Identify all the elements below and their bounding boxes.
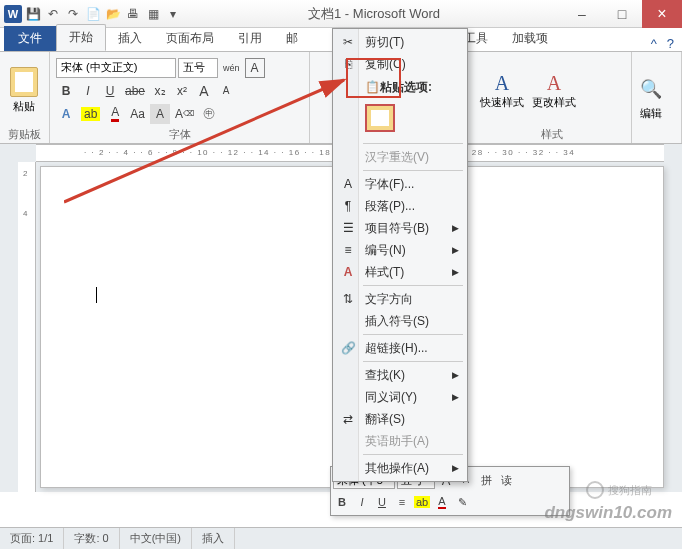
underline-button[interactable]: U [100,81,120,101]
text-effects-button[interactable]: A [56,104,76,124]
status-bar: 页面: 1/1 字数: 0 中文(中国) 插入 [0,527,682,549]
tab-mail[interactable]: 邮 [274,26,310,51]
save-icon[interactable]: 💾 [24,5,42,23]
numbering-icon: ≡ [339,243,357,257]
clipboard-group: 粘贴 剪贴板 [0,52,50,143]
subscript-button[interactable]: x₂ [150,81,170,101]
tab-addins[interactable]: 加载项 [500,26,560,51]
grow-font-button[interactable]: A [194,81,214,101]
minimize-button[interactable]: – [562,0,602,28]
hyperlink-icon: 🔗 [339,341,357,355]
mini-phonetic[interactable]: 拼 [477,471,495,489]
qat-print-icon[interactable]: 🖶 [124,5,142,23]
paste-header-icon: 📋 [365,80,380,94]
qat-new-icon[interactable]: 📄 [84,5,102,23]
quick-access-toolbar: W 💾 ↶ ↷ 📄 📂 🖶 ▦ ▾ [0,5,186,23]
bullets-icon: ☰ [339,221,357,235]
ribbon-collapse-icon[interactable]: ^ [651,36,657,51]
cm-hyperlink[interactable]: 🔗超链接(H)... [335,337,465,359]
strike-button[interactable]: abe [122,81,148,101]
cm-synonyms[interactable]: 同义词(Y)▶ [335,386,465,408]
styles-group-label: 样式 [478,126,625,142]
styles-icon: A [339,265,357,279]
mini-highlight[interactable]: ab [413,493,431,511]
maximize-button[interactable]: □ [602,0,642,28]
phonetic-guide-button[interactable]: wén [220,58,243,78]
window-buttons: – □ × [562,0,682,28]
italic-button[interactable]: I [78,81,98,101]
quick-styles-button[interactable]: A 快速样式 [478,72,526,110]
font-name-combo[interactable]: 宋体 (中文正文) [56,58,176,78]
context-menu: ✂剪切(T) ⎘复制(C) 📋粘贴选项: 汉字重选(V) A字体(F)... ¶… [332,28,468,482]
enclosed-char-button[interactable]: ㊥ [199,104,219,124]
cm-styles[interactable]: A样式(T)▶ [335,261,465,283]
editing-group: 🔍 编辑 [632,52,682,143]
cm-paste-header: 📋粘贴选项: [335,75,465,100]
font-dialog-icon: A [339,177,357,191]
tab-references[interactable]: 引用 [226,26,274,51]
cm-text-direction[interactable]: ⇅文字方向 [335,288,465,310]
find-icon: 🔍 [638,76,664,102]
qat-table-icon[interactable]: ▦ [144,5,162,23]
shrink-font-button[interactable]: A [216,81,236,101]
close-button[interactable]: × [642,0,682,28]
mini-italic[interactable]: I [353,493,371,511]
char-shade-button[interactable]: A [150,104,170,124]
font-color-button[interactable]: A [105,104,125,124]
paste-icon [10,67,38,97]
tab-insert[interactable]: 插入 [106,26,154,51]
change-styles-button[interactable]: A 更改样式 [530,72,578,110]
change-case-button[interactable]: Aa [127,104,148,124]
cm-translate[interactable]: ⇄翻译(S) [335,408,465,430]
cm-find[interactable]: 查找(K)▶ [335,364,465,386]
paragraph-icon: ¶ [339,199,357,213]
status-page[interactable]: 页面: 1/1 [0,528,64,549]
tab-layout[interactable]: 页面布局 [154,26,226,51]
help-icon[interactable]: ? [667,36,674,51]
cm-other-operations[interactable]: 其他操作(A)▶ [335,457,465,479]
font-size-combo[interactable]: 五号 [178,58,218,78]
mini-bold[interactable]: B [333,493,351,511]
cm-reconvert: 汉字重选(V) [335,146,465,168]
status-insert-mode[interactable]: 插入 [192,528,235,549]
cm-bullets[interactable]: ☰项目符号(B)▶ [335,217,465,239]
paste-label: 粘贴 [13,99,35,114]
superscript-button[interactable]: x² [172,81,192,101]
cm-font[interactable]: A字体(F)... [335,173,465,195]
ribbon-help: ^ ? [651,36,674,51]
mini-font-color[interactable]: A [433,493,451,511]
font-group: 宋体 (中文正文) 五号 wén A B I U abe x₂ x² A A A [50,52,310,143]
highlight-button[interactable]: ab [78,104,103,124]
paste-option-keep-source[interactable] [365,104,395,132]
watermark-url: dngswin10.com [544,503,672,523]
cm-insert-symbol[interactable]: 插入符号(S) [335,310,465,332]
word-app-icon[interactable]: W [4,5,22,23]
status-words[interactable]: 字数: 0 [64,528,119,549]
cm-copy[interactable]: ⎘复制(C) [335,53,465,75]
tab-file[interactable]: 文件 [4,26,56,51]
tab-home[interactable]: 开始 [56,24,106,51]
status-language[interactable]: 中文(中国) [120,528,192,549]
clear-format-button[interactable]: A⌫ [172,104,197,124]
editing-button[interactable]: 🔍 编辑 [638,76,664,121]
copy-icon: ⎘ [339,57,357,71]
char-border-button[interactable]: A [245,58,265,78]
qat-open-icon[interactable]: 📂 [104,5,122,23]
mini-align[interactable]: ≡ [393,493,411,511]
redo-icon[interactable]: ↷ [64,5,82,23]
cm-numbering[interactable]: ≡编号(N)▶ [335,239,465,261]
cm-cut[interactable]: ✂剪切(T) [335,31,465,53]
translate-icon: ⇄ [339,412,357,426]
bold-button[interactable]: B [56,81,76,101]
mini-format-painter[interactable]: ✎ [453,493,471,511]
qat-more-icon[interactable]: ▾ [164,5,182,23]
cm-paragraph[interactable]: ¶段落(P)... [335,195,465,217]
undo-icon[interactable]: ↶ [44,5,62,23]
window-title: 文档1 - Microsoft Word [186,5,562,23]
vertical-ruler[interactable] [18,162,36,492]
text-cursor [96,287,97,303]
watermark-logo: 搜狗指南 [586,481,652,499]
mini-read[interactable]: 读 [497,471,515,489]
paste-button[interactable]: 粘贴 [6,67,42,114]
mini-underline[interactable]: U [373,493,391,511]
